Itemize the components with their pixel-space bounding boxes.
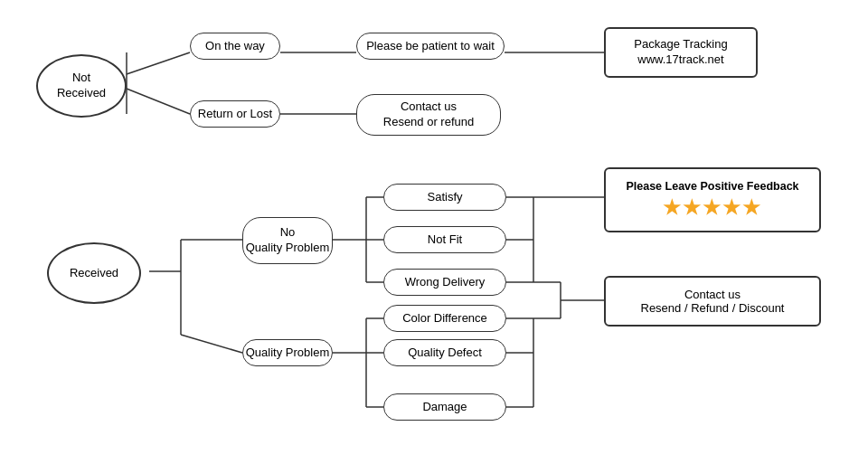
svg-line-1	[127, 89, 190, 114]
return-or-lost-node: Return or Lost	[190, 100, 280, 128]
not-received-node: Not Received	[36, 54, 127, 118]
damage-node: Damage	[383, 393, 506, 421]
stars: ★★★★★	[663, 196, 762, 220]
diagram: Not Received On the way Return or Lost P…	[0, 0, 868, 464]
wrong-delivery-node: Wrong Delivery	[383, 269, 506, 296]
svg-line-0	[127, 52, 190, 74]
be-patient-node: Please be patient to wait	[356, 33, 505, 60]
quality-problem-node: Quality Problem	[242, 339, 333, 366]
package-tracking-node: Package Tracking www.17track.net	[604, 27, 758, 78]
svg-line-9	[181, 335, 242, 353]
no-quality-problem-node: No Quality Problem	[242, 217, 333, 264]
contact-refund-box: Contact us Resend / Refund / Discount	[604, 276, 821, 327]
feedback-box: Please Leave Positive Feedback ★★★★★	[604, 167, 821, 232]
satisfy-node: Satisfy	[383, 184, 506, 211]
quality-defect-node: Quality Defect	[383, 339, 506, 366]
received-node: Received	[47, 242, 141, 304]
on-the-way-node: On the way	[190, 33, 280, 60]
not-fit-node: Not Fit	[383, 226, 506, 253]
contact-resend-refund-node: Contact us Resend or refund	[356, 94, 501, 136]
color-difference-node: Color Difference	[383, 305, 506, 332]
